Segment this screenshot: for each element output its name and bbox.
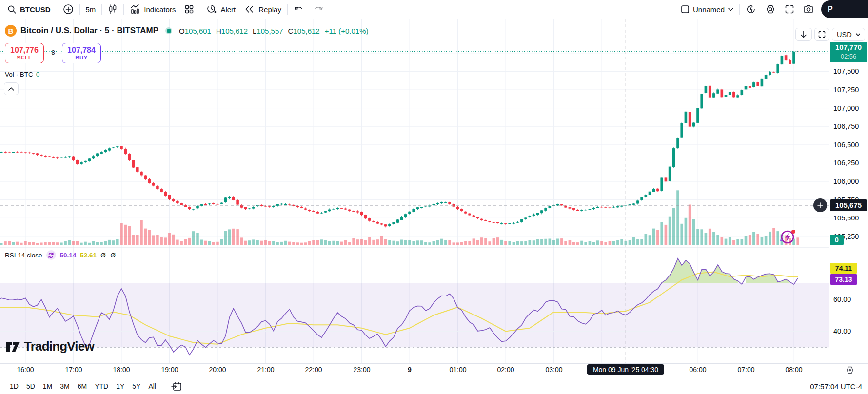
compare-add-symbol-button[interactable] [59,2,78,17]
close-value: 105,612 [293,27,319,35]
settings-button[interactable] [761,2,780,17]
separator [101,4,102,15]
range-button-1m[interactable]: 1M [39,381,56,392]
chart-area[interactable]: 107,500107,250107,000106,750106,500106,2… [0,19,868,375]
market-status-icon[interactable] [165,27,172,34]
price-tick-label: 107,500 [833,66,859,77]
range-button-1d[interactable]: 1D [6,381,22,392]
time-tick-label: 22:00 [305,366,322,374]
change-value: +11 (+0.01%) [325,27,369,35]
camera-icon [803,4,814,14]
go-to-date-button[interactable] [168,380,185,392]
interval-label: 5m [86,5,96,14]
indicators-button[interactable]: Indicators [125,2,180,17]
range-button-5d[interactable]: 5D [22,381,39,392]
chevron-up-icon [8,87,15,91]
date-range-switcher: 1D5D1M3M6MYTD1Y5YAll [6,381,160,392]
bar-countdown: 02:56 [830,53,867,60]
separator [287,4,288,15]
collapse-pane-button[interactable] [4,82,19,95]
range-button-all[interactable]: All [144,381,160,392]
separator [57,4,57,15]
range-button-ytd[interactable]: YTD [91,381,112,392]
time-tick-label: 9 [408,366,412,374]
fullscreen-brackets-icon [785,4,794,14]
fullscreen-button[interactable] [780,2,799,17]
chevron-down-icon [728,8,733,11]
indicator-templates-button[interactable] [180,2,198,17]
alert-clock-icon [206,4,217,15]
separator [200,4,200,15]
replay-button[interactable]: Replay [240,2,286,17]
rsi-legend: RSI 14 close 50.14 52.61 Ø Ø [5,250,117,260]
arrow-down-icon [800,31,807,39]
rsi-tick-label: 60.00 [833,294,851,305]
chevron-down-icon [856,33,860,36]
sell-price: 107,776 [10,46,39,55]
separator [739,4,740,15]
symbol-name: BTCUSD [20,5,51,14]
redo-button[interactable] [309,2,328,17]
time-tick-label: 23:00 [353,366,370,374]
alert-button[interactable]: Alert [202,2,240,17]
price-axis[interactable]: 107,500107,250107,000106,750106,500106,2… [829,19,868,375]
volume-label: Vol · BTC [5,71,33,78]
range-button-5y[interactable]: 5Y [128,381,144,392]
rsi-title[interactable]: RSI 14 close [5,252,42,259]
interval-button[interactable]: 5m [81,2,100,17]
price-tick-label: 107,000 [833,103,859,114]
chart-style-button[interactable] [103,2,122,17]
volume-value: 0 [36,71,40,78]
layout-menu-button[interactable]: Unnamed [676,2,738,17]
time-tick-label: 03:00 [545,366,562,374]
rsi-ma-value: 52.61 [80,252,97,259]
low-value: 105,557 [256,27,283,35]
redo-icon [313,5,324,14]
time-tick-label: 02:00 [497,366,514,374]
rsi-extra-values: Ø Ø [100,252,117,259]
add-alert-plus-button[interactable] [813,198,827,212]
maximize-pane-button[interactable] [814,28,829,41]
time-tick-label: 08:00 [785,366,802,374]
high-label: H [216,27,221,35]
current-price-label: 107,770 02:56 [830,42,867,62]
buy-button[interactable]: 107,784 BUY [62,43,101,63]
symbol-title[interactable]: Bitcoin / U.S. Dollar · 5 · BITSTAMP [20,26,158,36]
screenshot-button[interactable] [799,2,818,17]
separator [79,4,80,15]
price-tick-label: 106,000 [833,176,859,187]
currency-label: USD [837,31,852,39]
axis-settings-icon[interactable] [846,366,854,374]
price-tick-label: 106,750 [833,121,859,132]
buy-price: 107,784 [67,46,96,55]
layout-name: Unnamed [693,5,725,14]
undo-icon [294,5,304,14]
search-icon [7,5,17,14]
time-axis[interactable]: Mon 09 Jun '25 04:30 16:0017:0018:0019:0… [0,363,868,376]
top-toolbar: BTCUSD 5m Indicators [0,0,868,19]
open-label: O [179,27,185,35]
rsi-swap-icon [46,250,56,260]
calendar-arrow-icon [171,381,182,391]
settings-hexagon-icon [765,4,776,15]
boost-promo-icon[interactable] [778,227,798,246]
grid-templates-icon [184,4,194,14]
user-avatar[interactable]: P [821,0,868,18]
currency-selector[interactable]: USD [832,28,865,41]
clock-timezone-button[interactable]: 07:57:04 UTC-4 [810,382,862,391]
sell-button[interactable]: 107,776 SELL [5,43,44,63]
chart-canvas[interactable] [0,19,829,364]
quick-actions-button[interactable] [741,2,761,17]
separator [123,4,124,15]
indicators-icon [130,4,140,15]
current-price-value: 107,770 [830,42,867,53]
range-button-6m[interactable]: 6M [74,381,91,392]
range-button-3m[interactable]: 3M [56,381,73,392]
scroll-to-recent-button[interactable] [795,28,812,41]
range-button-1y[interactable]: 1Y [112,381,128,392]
maximize-icon [818,31,826,38]
undo-button[interactable] [289,2,309,17]
symbol-search-button[interactable]: BTCUSD [3,2,55,17]
layout-square-icon [681,5,690,14]
tradingview-logo[interactable]: TradingView [6,339,94,354]
